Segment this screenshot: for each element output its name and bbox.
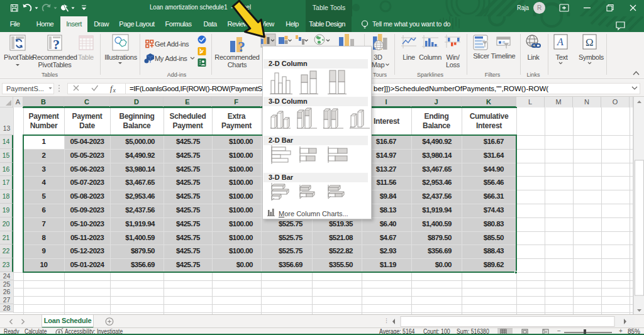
svg-text:Ω: Ω [586,36,594,48]
svg-text:A: A [557,36,564,47]
svg-text:x: x [113,87,116,94]
svg-text:?: ? [53,36,60,52]
